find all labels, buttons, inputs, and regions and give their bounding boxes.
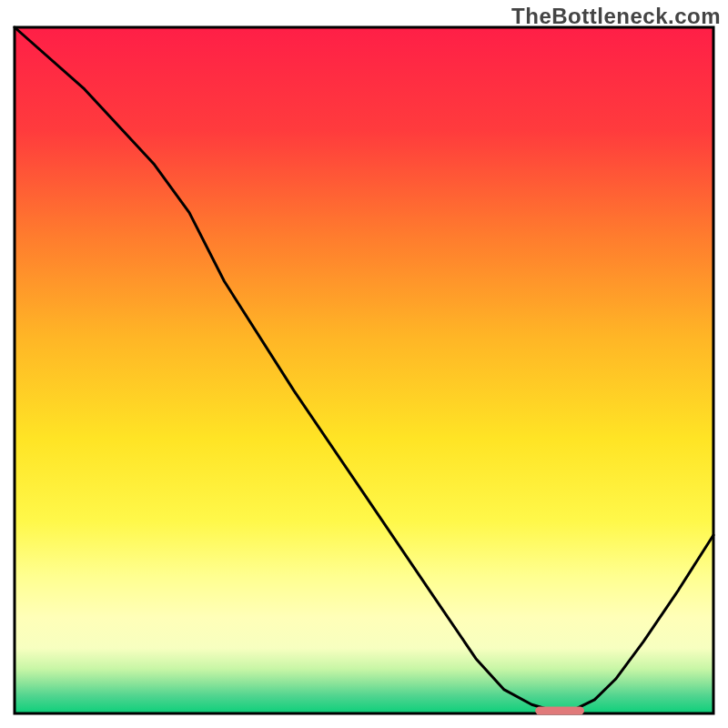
- chart-svg: [0, 0, 728, 728]
- plot-background: [15, 27, 713, 713]
- watermark-text: TheBottleneck.com: [511, 4, 721, 29]
- chart-container: TheBottleneck.com: [0, 0, 728, 728]
- target-marker: [535, 707, 584, 715]
